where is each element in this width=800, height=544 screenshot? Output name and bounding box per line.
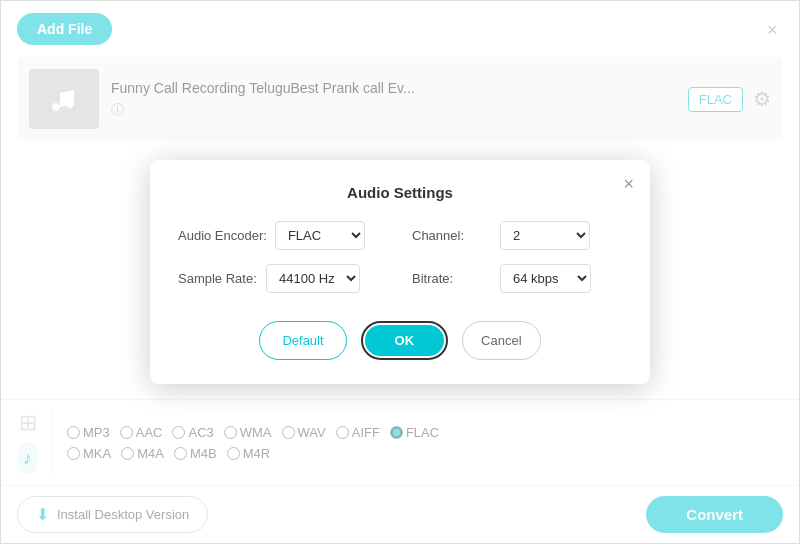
modal-buttons: Default OK Cancel — [178, 321, 622, 360]
bitrate-row: Bitrate: 64 kbps 128 kbps 320 kbps — [412, 264, 622, 293]
sample-rate-row: Sample Rate: 44100 Hz 22050 Hz 48000 Hz — [178, 264, 388, 293]
encoder-row: Audio Encoder: FLAC MP3 AAC — [178, 221, 388, 250]
settings-grid: Audio Encoder: FLAC MP3 AAC Channel: 2 1… — [178, 221, 622, 293]
encoder-label: Audio Encoder: — [178, 228, 267, 243]
ok-btn-wrapper: OK — [361, 321, 449, 360]
channel-select[interactable]: 2 1 — [500, 221, 590, 250]
sample-rate-label: Sample Rate: — [178, 271, 258, 286]
audio-settings-modal: × Audio Settings Audio Encoder: FLAC MP3… — [150, 160, 650, 384]
modal-close-button[interactable]: × — [623, 174, 634, 195]
channel-label: Channel: — [412, 228, 492, 243]
ok-button[interactable]: OK — [365, 325, 445, 356]
channel-row: Channel: 2 1 — [412, 221, 622, 250]
sample-rate-select[interactable]: 44100 Hz 22050 Hz 48000 Hz — [266, 264, 360, 293]
modal-overlay: × Audio Settings Audio Encoder: FLAC MP3… — [1, 1, 799, 543]
default-button[interactable]: Default — [259, 321, 346, 360]
cancel-button[interactable]: Cancel — [462, 321, 540, 360]
bitrate-select[interactable]: 64 kbps 128 kbps 320 kbps — [500, 264, 591, 293]
encoder-select[interactable]: FLAC MP3 AAC — [275, 221, 365, 250]
bitrate-label: Bitrate: — [412, 271, 492, 286]
modal-title: Audio Settings — [178, 184, 622, 201]
